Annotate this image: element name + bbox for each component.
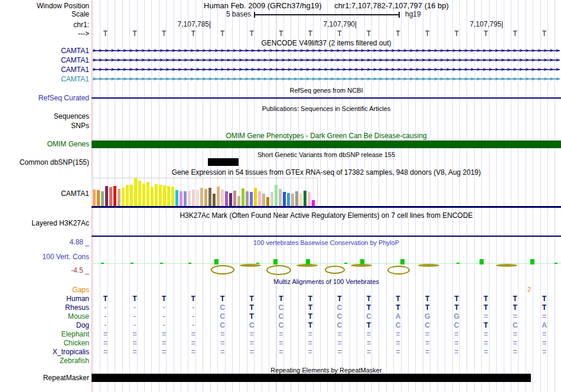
gtex-track-title[interactable]: Gene Expression in 54 tissues from GTEx … [92, 168, 561, 177]
h3k27ac-label[interactable]: Layered H3K27Ac [0, 219, 89, 227]
gene-label-camta1[interactable]: CAMTA1 [0, 47, 89, 55]
gene-label-camta1[interactable]: CAMTA1 [0, 66, 89, 74]
species-label-chicken[interactable]: Chicken [0, 339, 89, 347]
gtex-tissue-bar[interactable] [283, 192, 286, 206]
gtex-tissue-bar[interactable] [266, 197, 269, 206]
gtex-tissue-bar[interactable] [113, 186, 116, 206]
gtex-tissue-bar[interactable] [225, 191, 228, 206]
species-label-mouse[interactable]: Mouse [0, 312, 89, 321]
align-base-letter: = [452, 339, 461, 347]
gene-item-camta1[interactable]: >>>>>>>>>>>>>>>>>>>>>>>>>>>>>>>>>>>>>>>>… [93, 57, 560, 64]
dbsnp-variant-bar[interactable] [208, 158, 239, 166]
align-base-letter: = [276, 348, 286, 356]
gtex-tissue-bar[interactable] [237, 196, 240, 206]
omim-gene-bar[interactable] [92, 141, 561, 148]
gtex-tissue-bar[interactable] [250, 192, 253, 206]
publications-track-title[interactable]: Publications: Sequences in Scientific Ar… [92, 104, 561, 113]
gtex-tissue-bar[interactable] [196, 190, 199, 206]
gtex-tissue-bar[interactable] [246, 191, 249, 206]
gtex-tissue-bar[interactable] [200, 188, 203, 206]
species-label-human[interactable]: Human [0, 295, 89, 303]
gene-label-camta1[interactable]: CAMTA1 [0, 56, 89, 64]
phylop-track-label[interactable]: 100 Vert. Cons [0, 253, 89, 261]
gtex-tissue-bar[interactable] [254, 188, 257, 206]
dbsnp-track-title[interactable]: Short Genetic Variants from dbSNP releas… [92, 151, 561, 159]
gtex-tissue-bar[interactable] [229, 193, 232, 206]
species-label-dog[interactable]: Dog [0, 321, 89, 329]
align-base-letter: - [188, 312, 198, 321]
gtex-tissue-bar[interactable] [275, 185, 278, 206]
gtex-tissue-bar[interactable] [233, 191, 236, 206]
sequences-label[interactable]: Sequences [0, 112, 89, 120]
gencode-track-title[interactable]: GENCODE V49lift37 (2 items filtered out) [92, 39, 561, 47]
omim-track-title[interactable]: OMIM Gene Phenotypes - Dark Green Can Be… [92, 132, 561, 140]
gtex-tissue-bar[interactable] [142, 184, 145, 206]
gtex-tissue-bar[interactable] [295, 191, 298, 206]
gtex-tissue-bar[interactable] [279, 189, 282, 206]
gtex-tissue-bar[interactable] [109, 187, 112, 206]
species-label-elephant[interactable]: Elephant [0, 330, 89, 338]
gtex-tissue-bar[interactable] [93, 190, 96, 206]
species-label-rhesus[interactable]: Rhesus [0, 303, 89, 312]
repeatmasker-bar[interactable] [92, 374, 531, 382]
gtex-tissue-bar[interactable] [204, 189, 207, 206]
h3k27ac-track-title[interactable]: H3K27Ac Mark (Often Found Near Active Re… [92, 211, 561, 220]
repeatmasker-track-title[interactable]: Repeating Elements by RepeatMasker [92, 366, 561, 374]
gtex-tissue-bar[interactable] [159, 185, 162, 206]
gtex-tissue-bar[interactable] [97, 190, 100, 206]
gtex-tissue-bar[interactable] [242, 188, 244, 206]
align-base-letter: = [276, 339, 286, 347]
species-label-zebrafish[interactable]: Zebrafish [0, 357, 89, 365]
gtex-tissue-bar[interactable] [101, 191, 104, 206]
gtex-tissue-bar[interactable] [188, 191, 191, 206]
gtex-tissue-bar[interactable] [175, 190, 178, 206]
multiz-gaps-label[interactable]: Gaps [0, 286, 89, 294]
omim-genes-label[interactable]: OMIM Genes [0, 140, 89, 148]
repeatmasker-label[interactable]: RepeatMasker [0, 374, 89, 382]
gene-item-camta1[interactable]: >>>>>>>>>>>>>>>>>>>>>>>>>>>>>>>>>>>>>>>>… [93, 76, 560, 83]
gene-item-camta1[interactable]: >>>>>>>>>>>>>>>>>>>>>>>>>>>>>>>>>>>>>>>>… [93, 47, 560, 54]
gtex-tissue-bar[interactable] [155, 184, 158, 206]
gtex-tissue-bar[interactable] [213, 194, 216, 206]
phylop-track-title[interactable]: 100 vertebrates Basewise Conservation by… [92, 239, 561, 247]
gtex-tissue-bar[interactable] [312, 200, 315, 206]
gtex-tissue-bar[interactable] [287, 193, 290, 206]
gtex-tissue-bar[interactable] [308, 192, 311, 206]
gtex-tissue-bar[interactable] [146, 182, 149, 206]
gtex-tissue-bar[interactable] [217, 187, 220, 206]
refseq-gene-line[interactable] [92, 97, 561, 99]
gtex-tissue-bar[interactable] [180, 191, 182, 206]
refseq-curated-label[interactable]: RefSeq Curated [0, 94, 89, 102]
gtex-tissue-bar[interactable] [130, 185, 133, 206]
gtex-tissue-bar[interactable] [151, 187, 154, 206]
gtex-gene-label[interactable]: CAMTA1 [0, 190, 89, 198]
gtex-tissue-bar[interactable] [270, 192, 273, 206]
species-label-x_tropicalis[interactable]: X_tropicalis [0, 348, 89, 356]
gtex-tissue-bar[interactable] [299, 194, 302, 206]
gtex-tissue-bar[interactable] [126, 185, 129, 206]
gene-item-camta1[interactable]: >>>>>>>>>>>>>>>>>>>>>>>>>>>>>>>>>>>>>>>>… [93, 66, 560, 73]
gtex-tissue-bar[interactable] [262, 194, 265, 206]
gene-label-camta1[interactable]: CAMTA1 [0, 75, 89, 83]
gtex-expression-bars[interactable] [93, 178, 316, 206]
gtex-tissue-bar[interactable] [171, 187, 174, 206]
gtex-tissue-bar[interactable] [184, 191, 187, 206]
gtex-tissue-bar[interactable] [134, 178, 137, 206]
gtex-tissue-bar[interactable] [221, 190, 224, 206]
gtex-tissue-bar[interactable] [163, 185, 166, 206]
snps-label[interactable]: SNPs [0, 122, 89, 130]
refseq-track-title[interactable]: RefSeq genes from NCBI [92, 86, 561, 94]
gtex-tissue-bar[interactable] [291, 194, 294, 206]
gtex-tissue-bar[interactable] [192, 190, 195, 206]
gtex-tissue-bar[interactable] [118, 189, 120, 206]
gtex-tissue-bar[interactable] [105, 186, 108, 206]
gtex-tissue-bar[interactable] [258, 191, 261, 206]
gtex-tissue-bar[interactable] [167, 186, 170, 206]
gtex-tissue-bar[interactable] [138, 181, 141, 206]
dbsnp-label[interactable]: Common dbSNP(155) [0, 158, 89, 166]
sequence-letter: T [364, 30, 373, 38]
gtex-tissue-bar[interactable] [304, 191, 306, 206]
gtex-tissue-bar[interactable] [208, 188, 211, 206]
multiz-track-title[interactable]: Multiz Alignments of 100 Vertebrates [92, 277, 561, 286]
gtex-tissue-bar[interactable] [122, 188, 125, 206]
